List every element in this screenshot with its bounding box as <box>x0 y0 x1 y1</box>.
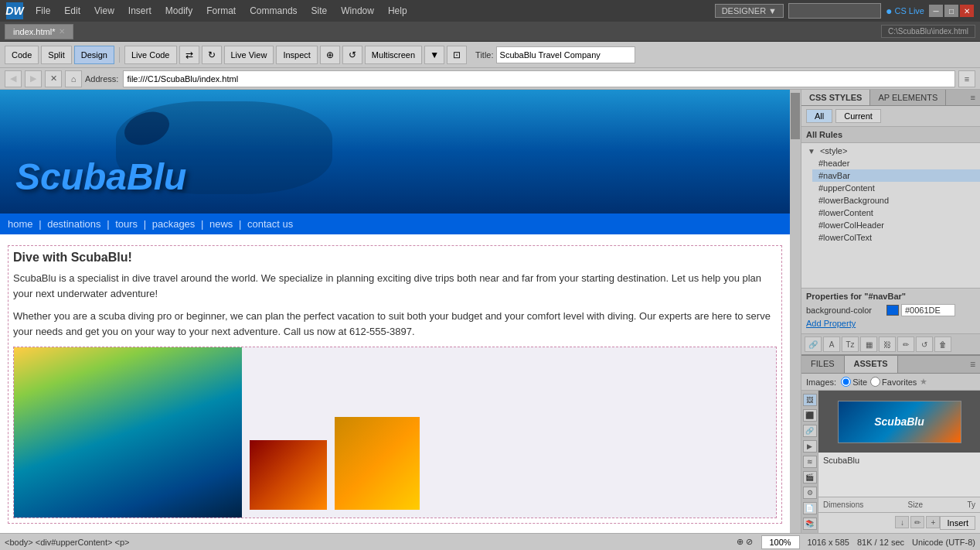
app-logo: DW <box>6 2 23 19</box>
style-icon2[interactable]: ▦ <box>860 336 877 352</box>
tab-ap-elements[interactable]: AP ELEMENTS <box>870 90 946 105</box>
refresh-icon[interactable]: ↺ <box>342 46 362 64</box>
menu-edit[interactable]: Edit <box>58 4 87 18</box>
tree-lower-col-header[interactable]: #lowerColHeader <box>812 219 980 231</box>
menu-commands[interactable]: Commands <box>243 4 303 18</box>
screen-size-icon[interactable]: ⊡ <box>447 46 467 64</box>
cs-live-button[interactable]: ● CS Live <box>886 5 924 17</box>
code-button[interactable]: Code <box>5 46 39 64</box>
background-color-row: background-color #0061DE <box>806 304 975 316</box>
undo-icon[interactable]: ↺ <box>916 336 933 352</box>
address-bar: ◀ ▶ ✕ ⌂ Address: ≡ <box>0 68 980 90</box>
pencil-icon[interactable]: ✏ <box>897 336 914 352</box>
movies-icon[interactable]: 🎬 <box>803 471 817 483</box>
insert-button[interactable]: Insert <box>940 516 975 530</box>
nav-tours[interactable]: tours <box>115 218 138 230</box>
panel-close-icon[interactable]: ≡ <box>966 90 980 105</box>
templates-icon[interactable]: 📄 <box>803 502 817 514</box>
shockwave-icon[interactable]: ≋ <box>803 456 817 468</box>
color-swatch[interactable] <box>886 305 899 316</box>
stop-button[interactable]: ✕ <box>45 70 62 87</box>
fish-image <box>250 440 327 510</box>
zoom-input[interactable] <box>761 535 800 549</box>
images-icon[interactable]: 🖼 <box>803 394 817 406</box>
tree-upper-content[interactable]: #upperContent <box>812 182 980 194</box>
tree-lower-background[interactable]: #lowerBackground <box>812 194 980 207</box>
design-canvas[interactable]: ScubaBlu home | destinations | tours | p… <box>0 90 801 533</box>
menu-modify[interactable]: Modify <box>159 4 199 18</box>
add-property-link[interactable]: Add Property <box>806 319 856 328</box>
library-icon[interactable]: 📚 <box>803 518 817 530</box>
current-button[interactable]: Current <box>835 109 881 123</box>
nav-contact[interactable]: contact us <box>247 218 293 230</box>
nav-home[interactable]: home <box>8 218 33 230</box>
scroll-thumb[interactable] <box>791 93 800 139</box>
search-input[interactable] <box>788 3 881 19</box>
tree-lower-col-text[interactable]: #lowerColText <box>812 231 980 244</box>
tree-lower-content[interactable]: #lowerContent <box>812 207 980 219</box>
assets-bottom: Dimensions Size Ty <box>818 497 980 512</box>
asset-list-item[interactable]: ScubaBlu <box>820 454 978 466</box>
scripts-icon[interactable]: ⚙ <box>803 487 817 499</box>
urls-icon[interactable]: 🔗 <box>803 425 817 437</box>
sync-icon[interactable]: ↻ <box>202 46 222 64</box>
ap-icon3[interactable]: + <box>926 516 940 528</box>
menu-insert[interactable]: Insert <box>122 4 158 18</box>
inspect-icon[interactable]: ⊕ <box>320 46 340 64</box>
tab-files[interactable]: FILES <box>801 356 845 373</box>
link-icon[interactable]: ⛓ <box>879 336 896 352</box>
live-view-button[interactable]: Live View <box>224 46 274 64</box>
inspect-button[interactable]: Inspect <box>276 46 317 64</box>
menu-view[interactable]: View <box>88 4 121 18</box>
swf-icon[interactable]: ▶ <box>803 440 817 453</box>
tree-navbar[interactable]: #navBar <box>812 169 980 182</box>
document-tab[interactable]: index.html* ✕ <box>5 24 73 39</box>
page-title-input[interactable] <box>496 46 635 63</box>
edit-style-button[interactable]: Tz <box>842 336 859 352</box>
site-radio[interactable]: Site <box>841 377 867 387</box>
split-button[interactable]: Split <box>41 46 71 64</box>
designer-mode-button[interactable]: DESIGNER ▼ <box>715 4 784 18</box>
tab-close-icon[interactable]: ✕ <box>59 27 65 36</box>
menu-file[interactable]: File <box>29 4 56 18</box>
address-go-button[interactable]: ≡ <box>958 70 975 87</box>
menu-site[interactable]: Site <box>305 4 334 18</box>
site-logo: ScubaBlu <box>15 155 186 198</box>
attach-style-button[interactable]: 🔗 <box>805 336 822 352</box>
favorites-radio[interactable]: Favorites <box>870 377 917 387</box>
menu-format[interactable]: Format <box>200 4 242 18</box>
html-tags-display: <body> <div#upperContent> <p> <box>5 538 129 547</box>
design-button[interactable]: Design <box>74 46 114 64</box>
ap-icon2[interactable]: ✏ <box>910 516 924 528</box>
minimize-button[interactable]: ─ <box>929 5 943 17</box>
site-header: ScubaBlu <box>0 90 790 214</box>
live-code-button[interactable]: Live Code <box>124 46 177 64</box>
live-code-icon[interactable]: ⇄ <box>179 46 199 64</box>
multiscreen-dropdown-icon[interactable]: ▼ <box>424 46 444 64</box>
maximize-button[interactable]: □ <box>944 5 958 17</box>
trash-icon[interactable]: 🗑 <box>934 336 951 352</box>
back-button[interactable]: ◀ <box>5 70 22 87</box>
menu-help[interactable]: Help <box>382 4 413 18</box>
tree-header[interactable]: #header <box>812 157 980 169</box>
nav-destinations[interactable]: destinations <box>47 218 100 230</box>
tab-css-styles[interactable]: CSS STYLES <box>801 90 870 105</box>
colors-icon[interactable]: ⬛ <box>803 409 817 422</box>
files-panel-close-icon[interactable]: ≡ <box>965 356 980 373</box>
ap-icon1[interactable]: ↓ <box>895 516 909 528</box>
forward-button[interactable]: ▶ <box>25 70 42 87</box>
vertical-scrollbar[interactable] <box>790 90 801 533</box>
tree-style-tag[interactable]: ▼ <style> <box>801 145 980 157</box>
multiscreen-button[interactable]: Multiscreen <box>365 46 422 64</box>
menu-window[interactable]: Window <box>335 4 380 18</box>
toolbar-separator <box>119 47 120 63</box>
close-button[interactable]: ✕ <box>960 5 974 17</box>
menu-bar: DW File Edit View Insert Modify Format C… <box>0 0 980 22</box>
all-button[interactable]: All <box>806 109 832 123</box>
tab-assets[interactable]: ASSETS <box>845 356 898 373</box>
address-input[interactable] <box>123 70 955 87</box>
nav-packages[interactable]: packages <box>152 218 196 230</box>
new-css-rule-button[interactable]: A <box>823 336 840 352</box>
home-button[interactable]: ⌂ <box>65 70 82 87</box>
nav-news[interactable]: news <box>209 218 233 230</box>
